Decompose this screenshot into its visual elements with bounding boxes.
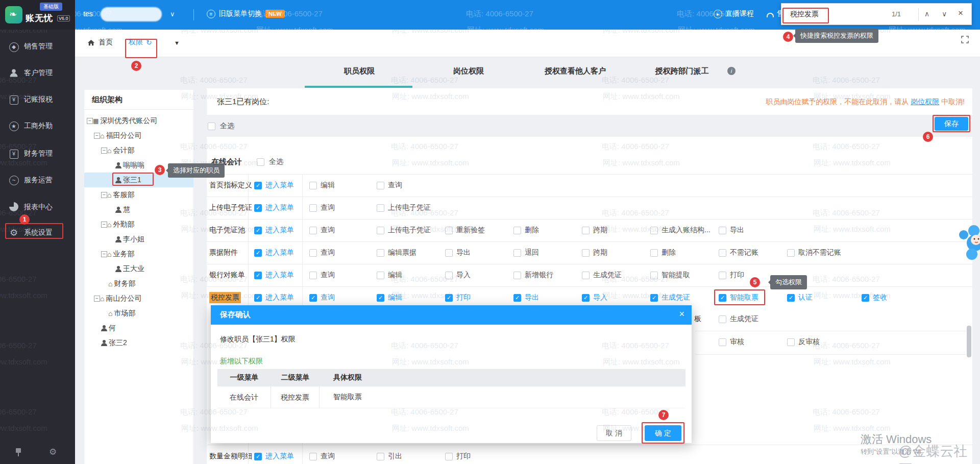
checkbox-编辑票据[interactable] <box>377 249 384 257</box>
tree-node-财务部[interactable]: ⌂财务部 <box>84 276 193 291</box>
option-label[interactable]: 进入菜单 <box>265 181 294 190</box>
scrollbar-thumb[interactable] <box>967 326 971 357</box>
checkbox-导出[interactable] <box>513 294 521 302</box>
checkbox-退回[interactable] <box>513 249 521 257</box>
live-course-button[interactable]: ▸ 直播课程 <box>714 9 754 18</box>
checkbox-查询[interactable] <box>309 294 317 302</box>
tab-职员权限[interactable]: 职员权限 <box>344 66 375 76</box>
option-label[interactable]: 进入菜单 <box>265 271 294 280</box>
checkbox-反审核[interactable] <box>787 338 795 346</box>
sidebar-item-服务运营[interactable]: ~服务运营 <box>0 172 75 189</box>
refresh-icon[interactable]: ↻ <box>146 38 152 46</box>
sidebar-item-销售管理[interactable]: ◆销售管理 <box>0 38 75 55</box>
checkbox-进入菜单[interactable] <box>254 182 262 189</box>
checkbox-取消不需记账[interactable] <box>787 249 795 257</box>
tree-node-会计部[interactable]: −⌂会计部 <box>84 143 193 158</box>
checkbox-查询[interactable] <box>309 249 317 257</box>
option-label[interactable]: 进入菜单 <box>265 248 294 257</box>
tree-expander-icon[interactable]: − <box>101 192 107 198</box>
tree-expander-icon[interactable]: − <box>94 133 100 139</box>
checkbox-跨期[interactable] <box>582 249 590 257</box>
cancel-button[interactable]: 取 消 <box>597 425 631 441</box>
checkbox-进入菜单[interactable] <box>254 453 262 460</box>
checkbox-进入菜单[interactable] <box>254 227 262 234</box>
option-label[interactable]: 进入菜单 <box>265 293 294 302</box>
checkbox-上传电子凭证[interactable] <box>377 227 384 234</box>
sidebar-item-工商外勤[interactable]: ★工商外勤 <box>0 117 75 135</box>
pin-icon[interactable] <box>14 448 22 457</box>
checkbox-打印[interactable] <box>445 294 453 302</box>
search-input[interactable]: 税控发票 <box>790 10 819 19</box>
tree-expander-icon[interactable]: − <box>101 148 107 154</box>
modal-close-icon[interactable]: × <box>679 309 684 320</box>
tree-node-深圳优秀代账公司[interactable]: −▦深圳优秀代账公司 <box>84 113 193 128</box>
checkbox-查询[interactable] <box>309 272 317 279</box>
tree-node-李小姐[interactable]: 李小姐 <box>84 232 193 247</box>
sidebar-item-报表中心[interactable]: 报表中心 <box>0 199 75 216</box>
tree-expander-icon[interactable]: − <box>94 296 100 302</box>
chevron-down-icon[interactable]: ∨ <box>170 10 175 18</box>
checkbox-认证[interactable] <box>787 294 795 302</box>
option-label[interactable]: 进入菜单 <box>265 452 294 461</box>
checkbox-删除[interactable] <box>513 227 521 234</box>
find-close-icon[interactable]: × <box>958 8 963 18</box>
tree-node-外勤部[interactable]: −⌂外勤部 <box>84 217 193 232</box>
tab-dropdown-caret-icon[interactable]: ▼ <box>174 40 180 46</box>
username[interactable]: tes <box>83 10 93 18</box>
find-prev-icon[interactable]: ∧ <box>924 10 929 18</box>
checkbox-生成凭证[interactable] <box>582 272 590 279</box>
app-logo[interactable]: 账无忧 V6.0 基础版 <box>0 0 75 30</box>
option-label[interactable]: 进入菜单 <box>265 203 294 212</box>
tree-node-王大业[interactable]: 王大业 <box>84 261 193 276</box>
tab-home[interactable]: 首页 <box>87 38 113 47</box>
checkbox-删除[interactable] <box>650 249 658 257</box>
tree-node-南山分公司[interactable]: −⌂南山分公司 <box>84 291 193 306</box>
tab-授权查看他人客户[interactable]: 授权查看他人客户 <box>545 66 606 76</box>
assistant-mascot-icon[interactable] <box>957 224 980 262</box>
section-select-all-checkbox[interactable] <box>257 158 264 166</box>
checkbox-导入[interactable] <box>445 272 453 279</box>
old-menu-switch[interactable]: ≡ 旧版菜单切换 NEW <box>207 9 285 18</box>
sidebar-item-客户管理[interactable]: 客户管理 <box>0 64 75 82</box>
checkbox-进入菜单[interactable] <box>254 272 262 279</box>
checkbox-引出[interactable] <box>377 453 384 460</box>
tab-岗位权限[interactable]: 岗位权限 <box>453 66 484 76</box>
checkbox-智能取票[interactable] <box>719 294 726 302</box>
checkbox-查询[interactable] <box>377 182 384 189</box>
tree-expander-icon[interactable]: − <box>101 251 107 257</box>
checkbox-编辑[interactable] <box>309 182 317 189</box>
checkbox-进入菜单[interactable] <box>254 204 262 212</box>
checkbox-智能提取[interactable] <box>650 272 658 279</box>
tree-node-慧[interactable]: 慧 <box>84 202 193 217</box>
post-permission-link[interactable]: 岗位权限 <box>911 97 939 106</box>
checkbox-查询[interactable] <box>309 204 317 212</box>
checkbox-导入[interactable] <box>582 294 590 302</box>
checkbox-进入菜单[interactable] <box>254 294 262 302</box>
find-next-icon[interactable]: ∨ <box>942 10 947 18</box>
checkbox-签收[interactable] <box>862 294 869 302</box>
tree-node-福田分公司[interactable]: −⌂福田分公司 <box>84 128 193 143</box>
checkbox-生成入账结构...[interactable] <box>650 227 658 234</box>
tree-node-嗡嗡嗡[interactable]: 嗡嗡嗡 <box>84 158 193 173</box>
checkbox-重新验签[interactable] <box>445 227 453 234</box>
sidebar-item-财务管理[interactable]: ¥财务管理 <box>0 145 75 162</box>
checkbox-新增银行[interactable] <box>513 272 521 279</box>
checkbox-编辑[interactable] <box>377 294 384 302</box>
tree-node-市场部[interactable]: ⌂市场部 <box>84 306 193 321</box>
checkbox-查询[interactable] <box>309 227 317 234</box>
tree-node-张三1[interactable]: 张三1 <box>84 173 193 187</box>
checkbox-生成凭证[interactable] <box>719 315 726 323</box>
checkbox-编辑[interactable] <box>377 272 384 279</box>
sidebar-item-记账报税[interactable]: ¥记账报税 <box>0 91 75 108</box>
checkbox-生成凭证[interactable] <box>650 294 658 302</box>
checkbox-打印[interactable] <box>445 453 453 460</box>
tab-授权跨部门派工[interactable]: 授权跨部门派工 <box>655 66 709 76</box>
checkbox-不需记账[interactable] <box>719 249 726 257</box>
tree-expander-icon[interactable]: − <box>101 222 107 228</box>
info-icon[interactable]: i <box>727 67 736 75</box>
checkbox-上传电子凭证[interactable] <box>377 204 384 212</box>
checkbox-查询[interactable] <box>309 453 317 460</box>
tab-permission[interactable]: 权限 ↻ <box>129 38 152 47</box>
sidebar-item-系统设置[interactable]: ⚙系统设置 <box>0 224 75 241</box>
fullscreen-icon[interactable] <box>961 36 969 45</box>
